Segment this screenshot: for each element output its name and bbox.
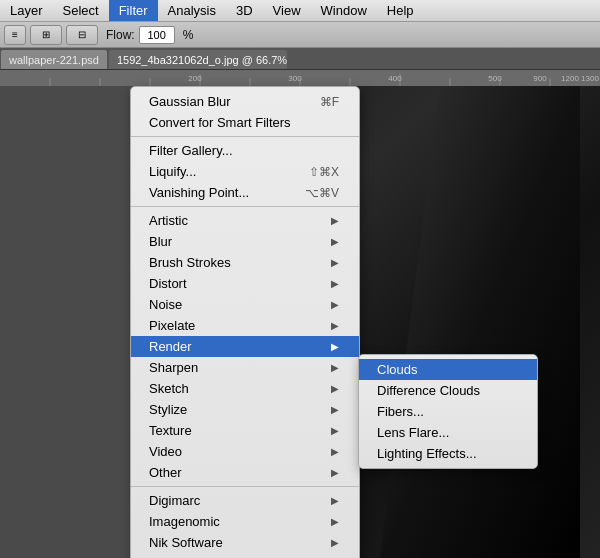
- divider-3: [131, 486, 359, 487]
- toolbar: ≡ ⊞ ⊟ Flow: %: [0, 22, 600, 48]
- submenu-item-clouds[interactable]: Clouds: [359, 359, 537, 380]
- menu-item-convert-smart[interactable]: Convert for Smart Filters: [131, 112, 359, 133]
- flow-input[interactable]: [139, 26, 175, 44]
- tabbar: wallpaper-221.psd 1592_4ba321062d_o.jpg …: [0, 48, 600, 70]
- flow-label: Flow:: [106, 28, 135, 42]
- render-submenu-panel: Clouds Difference Clouds Fibers... Lens …: [358, 354, 538, 469]
- flow-percent: %: [183, 28, 194, 42]
- submenu-item-difference-clouds[interactable]: Difference Clouds: [359, 380, 537, 401]
- menubar-item-help[interactable]: Help: [377, 0, 424, 21]
- menu-item-video[interactable]: Video ▶: [131, 441, 359, 462]
- submenu-item-lens-flare[interactable]: Lens Flare...: [359, 422, 537, 443]
- toolbar-btn-3[interactable]: ⊟: [66, 25, 98, 45]
- svg-text:300: 300: [288, 74, 302, 83]
- menubar-item-analysis[interactable]: Analysis: [158, 0, 226, 21]
- tab-1[interactable]: wallpaper-221.psd: [0, 49, 108, 69]
- svg-text:200: 200: [188, 74, 202, 83]
- menu-item-filter-gallery[interactable]: Filter Gallery...: [131, 140, 359, 161]
- submenu-item-fibers[interactable]: Fibers...: [359, 401, 537, 422]
- menu-item-noise[interactable]: Noise ▶: [131, 294, 359, 315]
- divider-2: [131, 206, 359, 207]
- menubar-item-view[interactable]: View: [263, 0, 311, 21]
- tab-2[interactable]: 1592_4ba321062d_o.jpg @ 66.7% (RGB/8#) *: [108, 49, 288, 69]
- menu-item-gaussian-blur[interactable]: Gaussian Blur ⌘F: [131, 91, 359, 112]
- svg-text:900: 900: [533, 74, 547, 83]
- toolbar-btn-1[interactable]: ≡: [4, 25, 26, 45]
- menu-item-nik-software[interactable]: Nik Software ▶: [131, 532, 359, 553]
- menubar-item-window[interactable]: Window: [311, 0, 377, 21]
- menu-item-texture[interactable]: Texture ▶: [131, 420, 359, 441]
- menubar-item-filter[interactable]: Filter: [109, 0, 158, 21]
- menu-item-imagenomic[interactable]: Imagenomic ▶: [131, 511, 359, 532]
- horizontal-ruler: 200 300 400 500 900 1200 1300: [0, 70, 600, 86]
- menu-item-sharpen[interactable]: Sharpen ▶: [131, 357, 359, 378]
- filter-dropdown: Gaussian Blur ⌘F Convert for Smart Filte…: [130, 86, 360, 558]
- menu-item-render[interactable]: Render ▶: [131, 336, 359, 357]
- menu-item-stylize[interactable]: Stylize ▶: [131, 399, 359, 420]
- menubar-item-3d[interactable]: 3D: [226, 0, 263, 21]
- submenu-item-lighting-effects[interactable]: Lighting Effects...: [359, 443, 537, 464]
- svg-text:500: 500: [488, 74, 502, 83]
- menu-item-brush-strokes[interactable]: Brush Strokes ▶: [131, 252, 359, 273]
- menu-item-other[interactable]: Other ▶: [131, 462, 359, 483]
- svg-text:1200: 1200: [561, 74, 579, 83]
- toolbar-btn-2[interactable]: ⊞: [30, 25, 62, 45]
- menu-item-distort[interactable]: Distort ▶: [131, 273, 359, 294]
- menu-item-blur[interactable]: Blur ▶: [131, 231, 359, 252]
- menu-item-liquify[interactable]: Liquify... ⇧⌘X: [131, 161, 359, 182]
- menubar: Layer Select Filter Analysis 3D View Win…: [0, 0, 600, 22]
- main-area: Gaussian Blur ⌘F Convert for Smart Filte…: [0, 86, 600, 558]
- svg-text:400: 400: [388, 74, 402, 83]
- filter-menu-panel: Gaussian Blur ⌘F Convert for Smart Filte…: [130, 86, 360, 558]
- menu-item-pixelate[interactable]: Pixelate ▶: [131, 315, 359, 336]
- menu-item-topaz-labs[interactable]: Topaz Labs ▶: [131, 553, 359, 558]
- menu-item-digimarc[interactable]: Digimarc ▶: [131, 490, 359, 511]
- menubar-item-select[interactable]: Select: [53, 0, 109, 21]
- divider-1: [131, 136, 359, 137]
- menu-item-artistic[interactable]: Artistic ▶: [131, 210, 359, 231]
- menu-item-sketch[interactable]: Sketch ▶: [131, 378, 359, 399]
- menubar-item-layer[interactable]: Layer: [0, 0, 53, 21]
- svg-text:1300: 1300: [581, 74, 599, 83]
- menu-item-vanishing-point[interactable]: Vanishing Point... ⌥⌘V: [131, 182, 359, 203]
